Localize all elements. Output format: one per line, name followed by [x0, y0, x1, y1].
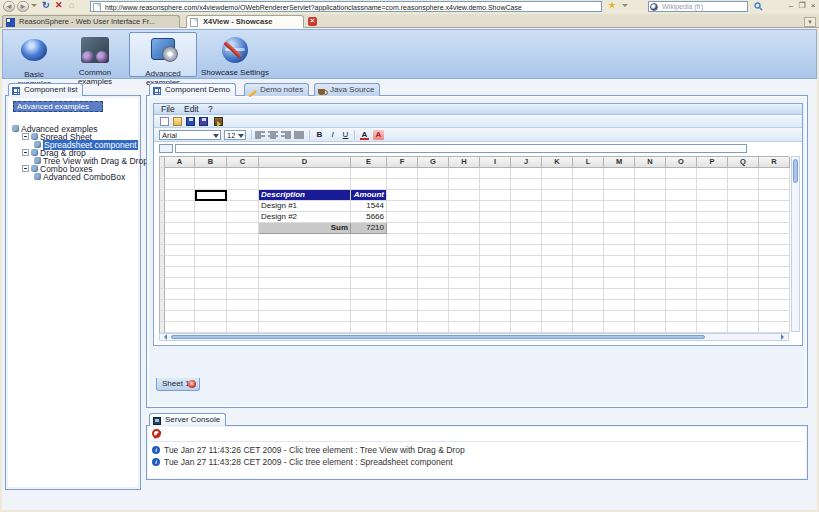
grid-cell-C1[interactable] [227, 168, 259, 179]
grid-cell-Q9[interactable] [728, 256, 759, 267]
grid-cell-M12[interactable] [604, 289, 635, 300]
column-header-R[interactable]: R [759, 157, 790, 168]
grid-cell-I3[interactable] [480, 190, 511, 201]
grid-cell-A15[interactable] [165, 322, 195, 333]
open-folder-icon[interactable] [173, 117, 182, 126]
grid-cell-E14[interactable] [351, 311, 387, 322]
grid-cell-L9[interactable] [573, 256, 604, 267]
grid-cell-N1[interactable] [635, 168, 666, 179]
grid-cell-P3[interactable] [697, 190, 728, 201]
grid-cell-L8[interactable] [573, 245, 604, 256]
close-button[interactable]: × [808, 1, 818, 11]
grid-cell-O8[interactable] [666, 245, 697, 256]
grid-cell-B10[interactable] [195, 267, 227, 278]
grid-cell-F13[interactable] [387, 300, 418, 311]
grid-cell-I7[interactable] [480, 234, 511, 245]
align-justify-icon[interactable] [294, 131, 304, 139]
grid-cell-P7[interactable] [697, 234, 728, 245]
grid-cell-M2[interactable] [604, 179, 635, 190]
column-header-O[interactable]: O [666, 157, 697, 168]
grid-cell-O5[interactable] [666, 212, 697, 223]
common-examples-button[interactable]: Common examples [63, 32, 127, 77]
home-icon[interactable]: ⌂ [69, 0, 74, 11]
grid-cell-N2[interactable] [635, 179, 666, 190]
grid-cell-M10[interactable] [604, 267, 635, 278]
tab-demo-notes[interactable]: Demo notes [244, 83, 309, 96]
grid-cell-N6[interactable] [635, 223, 666, 234]
grid-cell-J3[interactable] [511, 190, 542, 201]
grid-cell-N12[interactable] [635, 289, 666, 300]
grid-cell-O6[interactable] [666, 223, 697, 234]
grid-cell-D7[interactable] [259, 234, 351, 245]
grid-cell-H9[interactable] [449, 256, 480, 267]
stop-icon[interactable]: ✕ [55, 0, 63, 11]
minimize-button[interactable]: – [786, 1, 796, 11]
browser-tab-reasonsphere[interactable]: ReasonSphere - Web User Interface Fr... [2, 15, 180, 28]
grid-cell-L3[interactable] [573, 190, 604, 201]
grid-cell-F15[interactable] [387, 322, 418, 333]
grid-cell-M7[interactable] [604, 234, 635, 245]
restore-button[interactable]: ❐ [797, 1, 807, 11]
grid-cell-I6[interactable] [480, 223, 511, 234]
column-header-P[interactable]: P [697, 157, 728, 168]
grid-cell-N9[interactable] [635, 256, 666, 267]
grid-cell-M14[interactable] [604, 311, 635, 322]
grid-cell-E3[interactable]: Amount [351, 190, 387, 201]
grid-cell-H5[interactable] [449, 212, 480, 223]
grid-cell-J13[interactable] [511, 300, 542, 311]
grid-cell-A12[interactable] [165, 289, 195, 300]
grid-cell-F4[interactable] [387, 201, 418, 212]
grid-cell-H11[interactable] [449, 278, 480, 289]
back-button-icon[interactable]: ◄ [3, 1, 15, 12]
grid-cell-Q13[interactable] [728, 300, 759, 311]
tree-item-advanced-combobox[interactable]: Advanced ComboBox [12, 173, 136, 181]
grid-cell-I15[interactable] [480, 322, 511, 333]
grid-cell-F5[interactable] [387, 212, 418, 223]
forward-button-icon[interactable]: ► [17, 1, 29, 12]
grid-cell-J11[interactable] [511, 278, 542, 289]
url-bar[interactable]: http://www.reasonsphere.com/x4viewdemo/O… [90, 1, 602, 12]
grid-cell-L11[interactable] [573, 278, 604, 289]
grid-cell-I8[interactable] [480, 245, 511, 256]
vertical-scroll-thumb[interactable] [793, 159, 798, 183]
grid-cell-K4[interactable] [542, 201, 573, 212]
grid-cell-J6[interactable] [511, 223, 542, 234]
grid-cell-E12[interactable] [351, 289, 387, 300]
grid-cell-I12[interactable] [480, 289, 511, 300]
grid-cell-R9[interactable] [759, 256, 790, 267]
search-engine-icon[interactable] [650, 3, 658, 11]
grid-cell-F12[interactable] [387, 289, 418, 300]
grid-cell-L15[interactable] [573, 322, 604, 333]
grid-cell-I2[interactable] [480, 179, 511, 190]
grid-cell-P14[interactable] [697, 311, 728, 322]
grid-cell-D2[interactable] [259, 179, 351, 190]
grid-cell-O4[interactable] [666, 201, 697, 212]
italic-button[interactable]: I [327, 130, 338, 140]
grid-cell-R8[interactable] [759, 245, 790, 256]
grid-cell-R13[interactable] [759, 300, 790, 311]
grid-cell-G14[interactable] [418, 311, 449, 322]
grid-cell-H7[interactable] [449, 234, 480, 245]
grid-cell-O7[interactable] [666, 234, 697, 245]
grid-cell-Q3[interactable] [728, 190, 759, 201]
grid-cell-C11[interactable] [227, 278, 259, 289]
grid-cell-C4[interactable] [227, 201, 259, 212]
grid-cell-I9[interactable] [480, 256, 511, 267]
grid-cell-F1[interactable] [387, 168, 418, 179]
grid-cell-B14[interactable] [195, 311, 227, 322]
grid-cell-H6[interactable] [449, 223, 480, 234]
grid-cell-R14[interactable] [759, 311, 790, 322]
grid-cell-C10[interactable] [227, 267, 259, 278]
grid-cell-F9[interactable] [387, 256, 418, 267]
grid-cell-R6[interactable] [759, 223, 790, 234]
grid-cell-O15[interactable] [666, 322, 697, 333]
highlight-color-button[interactable]: A [373, 130, 384, 140]
grid-cell-L2[interactable] [573, 179, 604, 190]
grid-cell-G10[interactable] [418, 267, 449, 278]
grid-cell-C15[interactable] [227, 322, 259, 333]
bold-button[interactable]: B [314, 130, 325, 140]
grid-cell-N15[interactable] [635, 322, 666, 333]
grid-cell-E1[interactable] [351, 168, 387, 179]
tab-component-demo[interactable]: Component Demo [149, 83, 236, 96]
new-document-icon[interactable] [160, 117, 169, 126]
